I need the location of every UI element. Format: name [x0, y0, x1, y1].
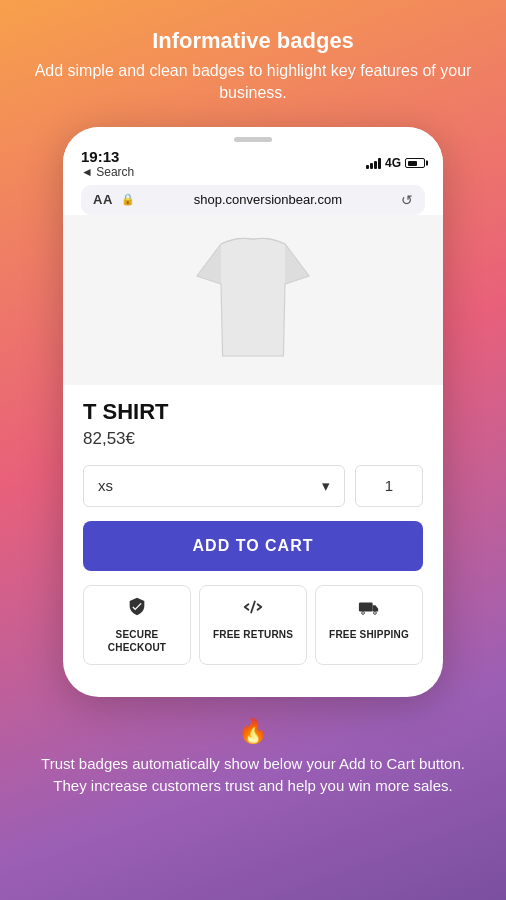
phone-mockup: 19:13 ◄ Search 4G AA 🔒 [63, 127, 443, 697]
trust-badge-item: SECURE CHECKOUT [83, 585, 191, 665]
bottom-section: 🔥 Trust badges automatically show below … [20, 717, 486, 798]
bottom-text: Trust badges automatically show below yo… [30, 753, 476, 798]
product-controls: xs ▾ 1 [83, 465, 423, 507]
product-info: T SHIRT 82,53€ xs ▾ 1 ADD TO CART SECURE… [63, 385, 443, 665]
url-bar[interactable]: AA 🔒 shop.conversionbear.com ↺ [81, 185, 425, 215]
network-label: 4G [385, 156, 401, 170]
signal-bars-icon [366, 157, 381, 169]
lock-icon: 🔒 [121, 193, 135, 206]
trust-badge-item: FREE SHIPPING [315, 585, 423, 665]
badge-icon-1 [242, 596, 264, 623]
header-subtitle: Add simple and clean badges to highlight… [20, 60, 486, 105]
svg-rect-0 [359, 602, 373, 611]
bottom-emoji: 🔥 [30, 717, 476, 745]
phone-notch [234, 137, 272, 142]
battery-icon [405, 158, 425, 168]
trust-badges-row: SECURE CHECKOUTFREE RETURNSFREE SHIPPING [83, 585, 423, 665]
product-image-area [63, 215, 443, 385]
badge-label-0: SECURE CHECKOUT [90, 628, 184, 654]
size-value: xs [98, 477, 113, 494]
status-time: 19:13 [81, 148, 134, 165]
header-section: Informative badges Add simple and clean … [20, 28, 486, 105]
status-icons: 4G [366, 156, 425, 170]
url-text: shop.conversionbear.com [143, 192, 393, 207]
status-left: 19:13 ◄ Search [81, 148, 134, 179]
size-selector[interactable]: xs ▾ [83, 465, 345, 507]
url-aa-text: AA [93, 192, 113, 207]
status-search: ◄ Search [81, 165, 134, 179]
qty-value: 1 [385, 477, 393, 494]
add-to-cart-button[interactable]: ADD TO CART [83, 521, 423, 571]
status-bar: 19:13 ◄ Search 4G [81, 148, 425, 179]
quantity-input[interactable]: 1 [355, 465, 423, 507]
badge-icon-0 [126, 596, 148, 623]
phone-top-bar: 19:13 ◄ Search 4G AA 🔒 [63, 127, 443, 215]
badge-label-1: FREE RETURNS [213, 628, 293, 641]
badge-icon-2 [358, 596, 380, 623]
trust-badge-item: FREE RETURNS [199, 585, 307, 665]
header-title: Informative badges [20, 28, 486, 54]
refresh-icon[interactable]: ↺ [401, 192, 413, 208]
product-price: 82,53€ [83, 429, 423, 449]
svg-point-2 [374, 611, 377, 614]
tshirt-image [173, 225, 333, 375]
product-name: T SHIRT [83, 399, 423, 425]
chevron-down-icon: ▾ [322, 477, 330, 495]
svg-point-1 [362, 611, 365, 614]
phone-notch-row [81, 137, 425, 142]
badge-label-2: FREE SHIPPING [329, 628, 409, 641]
